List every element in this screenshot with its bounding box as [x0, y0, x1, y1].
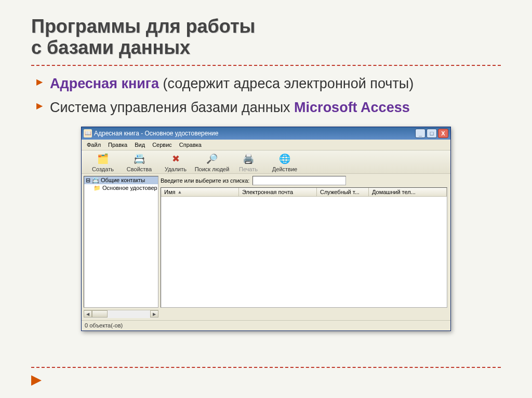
address-book-window: 📖 Адресная книга - Основное удостоверени…	[81, 127, 451, 331]
action-icon: 🌐	[278, 153, 291, 165]
minus-icon: ⊟	[86, 177, 90, 184]
column-name-label: Имя	[164, 189, 175, 195]
toolbar-print: 🖨️ Печать	[230, 153, 267, 172]
find-people-icon: 🔎	[206, 153, 218, 165]
statusbar: 0 объекта(-ов)	[82, 320, 450, 331]
toolbar-create[interactable]: 🗂️ Создать	[85, 153, 121, 172]
properties-icon: 📇	[133, 153, 145, 165]
folder-icon: 📇	[92, 177, 99, 184]
minimize-button[interactable]: _	[415, 129, 425, 138]
slide-title: Программы для работы с базами данных	[31, 16, 501, 59]
right-pane: Введите или выберите из списка: Имя ▲ Эл…	[161, 174, 450, 310]
scroll-thumb[interactable]	[92, 310, 108, 318]
toolbar-action[interactable]: 🌐 Действие	[267, 153, 303, 172]
column-headers: Имя ▲ Электронная почта Служебный т... Д…	[161, 188, 447, 197]
toolbar-properties-label: Свойства	[127, 166, 152, 172]
folder-tree[interactable]: ⊟ 📇 Общие контакты 📁 Основное удостовер	[84, 176, 158, 308]
toolbar: 🗂️ Создать 📇 Свойства ✖ Удалить 🔎 Поиск …	[82, 150, 450, 174]
list-body-empty	[161, 197, 447, 307]
toolbar-delete[interactable]: ✖ Удалить	[157, 153, 194, 172]
contacts-list[interactable]: Имя ▲ Электронная почта Служебный т... Д…	[161, 187, 447, 308]
slide-title-line1: Программы для работы	[31, 16, 255, 37]
tree-item-label: Основное удостовер	[102, 185, 157, 191]
tree-scrollbar[interactable]: ◀ ▶	[84, 310, 158, 318]
next-slide-arrow-icon[interactable]: ▶	[31, 372, 42, 388]
column-name[interactable]: Имя ▲	[161, 188, 239, 196]
column-home-phone[interactable]: Домашний тел...	[369, 188, 447, 196]
menu-file[interactable]: Файл	[84, 141, 104, 149]
print-icon: 🖨️	[242, 153, 255, 165]
scroll-left-button[interactable]: ◀	[84, 310, 92, 318]
bullet-2-strong: Microsoft Access	[294, 100, 410, 115]
tree-item-shared-contacts[interactable]: ⊟ 📇 Общие контакты	[84, 176, 158, 184]
tree-item-main-identity[interactable]: 📁 Основное удостовер	[84, 184, 158, 192]
bullet-1: Адресная книга (содержит адреса электрон…	[36, 74, 501, 93]
search-input[interactable]	[252, 176, 346, 185]
toolbar-find-people[interactable]: 🔎 Поиск людей	[194, 153, 230, 172]
maximize-button[interactable]: □	[427, 129, 437, 138]
scroll-right-button[interactable]: ▶	[150, 310, 158, 318]
toolbar-create-label: Создать	[92, 166, 114, 172]
bullet-1-strong: Адресная книга	[50, 76, 159, 91]
close-button[interactable]: X	[438, 129, 448, 138]
menu-help[interactable]: Справка	[176, 141, 205, 149]
column-email[interactable]: Электронная почта	[239, 188, 317, 196]
bullet-list: Адресная книга (содержит адреса электрон…	[31, 74, 501, 117]
toolbar-properties[interactable]: 📇 Свойства	[121, 153, 157, 172]
bullet-2: Система управления базами данных Microso…	[36, 98, 501, 117]
sort-ascending-icon: ▲	[177, 189, 182, 195]
titlebar[interactable]: 📖 Адресная книга - Основное удостоверени…	[82, 127, 450, 140]
window-body: ⊟ 📇 Общие контакты 📁 Основное удостовер …	[82, 174, 450, 310]
folder-icon: 📁	[94, 185, 101, 191]
search-row: Введите или выберите из списка:	[161, 176, 447, 185]
window-title: Адресная книга - Основное удостоверение	[94, 130, 415, 137]
toolbar-print-label: Печать	[239, 166, 258, 172]
tree-item-label: Общие контакты	[101, 177, 145, 183]
slide-title-line2: с базами данных	[31, 37, 190, 58]
search-label: Введите или выберите из списка:	[161, 177, 249, 184]
new-card-icon: 🗂️	[97, 153, 109, 165]
bullet-1-rest: (содержит адреса электронной почты)	[159, 76, 414, 91]
divider-bottom	[31, 367, 501, 368]
menu-service[interactable]: Сервис	[149, 141, 175, 149]
book-icon: 📖	[84, 129, 92, 138]
menubar: Файл Правка Вид Сервис Справка	[82, 140, 450, 150]
toolbar-action-label: Действие	[272, 166, 297, 172]
toolbar-find-label: Поиск людей	[195, 166, 230, 172]
menu-edit[interactable]: Правка	[105, 141, 130, 149]
toolbar-delete-label: Удалить	[165, 166, 187, 172]
menu-view[interactable]: Вид	[131, 141, 148, 149]
delete-icon: ✖	[169, 153, 182, 165]
bullet-2-pre: Система управления базами данных	[50, 100, 294, 115]
divider-top	[31, 65, 501, 66]
statusbar-text: 0 объекта(-ов)	[85, 322, 123, 328]
column-work-phone[interactable]: Служебный т...	[317, 188, 369, 196]
